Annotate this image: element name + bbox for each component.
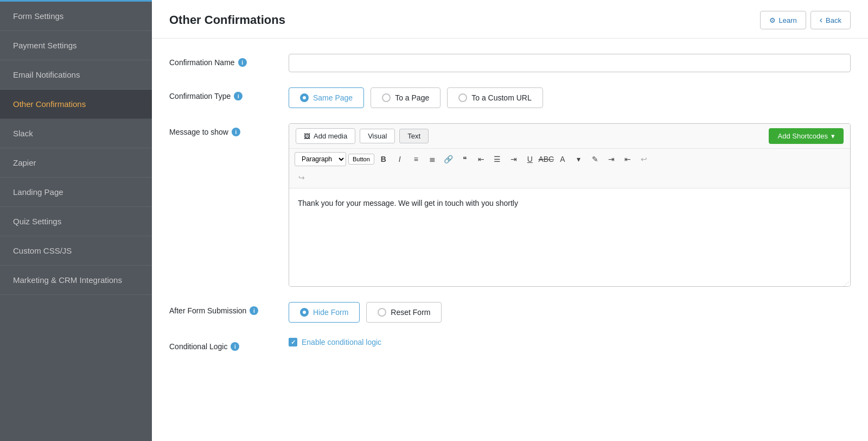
main-content: Confirmation Name i Confirmation Type i … [152, 39, 868, 441]
conditional-logic-info-icon[interactable]: i [231, 342, 239, 351]
media-icon [304, 132, 310, 140]
conditional-logic-checkbox-wrap: Enable conditional logic [289, 338, 851, 346]
main-panel: Other Confirmations Learn Back Confirmat… [152, 0, 868, 441]
sidebar-item-payment-settings[interactable]: Payment Settings [0, 31, 152, 60]
after-form-submission-row: After Form Submission i Hide FormReset F… [169, 302, 851, 323]
sidebar-item-landing-page[interactable]: Landing Page [0, 178, 152, 207]
back-button[interactable]: Back [810, 11, 851, 29]
text-tab-button[interactable]: Text [399, 129, 429, 143]
sidebar-item-form-settings[interactable]: Form Settings [0, 2, 152, 31]
add-shortcodes-button[interactable]: Add Shortcodes [769, 128, 844, 144]
align-center-button[interactable]: ☰ [490, 152, 505, 166]
after-form-radio-circle-0 [300, 308, 309, 317]
confirmation-name-row: Confirmation Name i [169, 54, 851, 72]
after-form-radio-circle-1 [378, 308, 386, 317]
sidebar: Form SettingsPayment SettingsEmail Notif… [0, 0, 152, 441]
message-to-show-row: Message to show i Add media Visual T [169, 123, 851, 287]
ordered-list-button[interactable]: ≣ [425, 152, 439, 166]
chevron-down-icon [831, 132, 835, 140]
resize-handle[interactable]: ⋰ [844, 280, 849, 285]
message-editor: Add media Visual Text Add Shortcodes [289, 123, 851, 287]
confirmation-type-options: Same PageTo a PageTo a Custom URL [289, 87, 851, 108]
confirmation-type-label: Confirmation Type i [169, 87, 289, 100]
sidebar-item-zapier[interactable]: Zapier [0, 148, 152, 178]
confirmation-type-option-2[interactable]: To a Custom URL [447, 87, 542, 108]
link-button[interactable]: 🔗 [442, 152, 456, 166]
undo-button[interactable]: ↩ [637, 152, 651, 166]
chevron-left-icon [820, 15, 822, 25]
sidebar-item-email-notifications[interactable]: Email Notifications [0, 60, 152, 90]
message-info-icon[interactable]: i [232, 128, 240, 136]
after-form-options: Hide FormReset Form [289, 302, 851, 323]
confirmation-type-row: Confirmation Type i Same PageTo a PageTo… [169, 87, 851, 108]
sidebar-item-marketing-crm-integrations[interactable]: Marketing & CRM Integrations [0, 266, 152, 295]
enable-conditional-logic-checkbox[interactable] [289, 338, 297, 346]
button-label-btn[interactable]: Button [348, 154, 374, 165]
outdent-button[interactable]: ⇤ [621, 152, 635, 166]
confirmation-name-input[interactable] [289, 54, 851, 72]
unordered-list-button[interactable]: ≡ [409, 152, 423, 166]
strikethrough-button[interactable]: ABC [539, 152, 553, 166]
after-form-option-1[interactable]: Reset Form [366, 302, 442, 323]
sidebar-item-custom-css-js[interactable]: Custom CSS/JS [0, 236, 152, 266]
confirmation-type-info-icon[interactable]: i [234, 92, 242, 100]
conditional-logic-label: Conditional Logic i [169, 338, 289, 351]
bold-button[interactable]: B [376, 152, 391, 166]
confirmation-type-option-1[interactable]: To a Page [371, 87, 441, 108]
after-form-option-0[interactable]: Hide Form [289, 302, 360, 323]
message-toolbar-top: Add media Visual Text Add Shortcodes [289, 124, 850, 149]
radio-circle-1 [382, 93, 391, 102]
italic-button[interactable]: I [393, 152, 407, 166]
after-form-options-wrap: Hide FormReset Form [289, 302, 851, 323]
after-form-info-icon[interactable]: i [250, 306, 258, 315]
align-right-button[interactable]: ⇥ [507, 152, 521, 166]
learn-button[interactable]: Learn [760, 11, 806, 29]
enable-conditional-logic-label[interactable]: Enable conditional logic [302, 338, 381, 346]
confirmation-name-wrap [289, 54, 851, 72]
confirmation-type-option-0[interactable]: Same Page [289, 87, 364, 108]
confirmation-name-info-icon[interactable]: i [238, 58, 247, 67]
eraser-button[interactable]: ✎ [588, 152, 602, 166]
sidebar-item-quiz-settings[interactable]: Quiz Settings [0, 207, 152, 236]
add-media-button[interactable]: Add media [296, 128, 355, 144]
message-editor-wrap: Add media Visual Text Add Shortcodes [289, 123, 851, 287]
redo-button[interactable]: ↪ [295, 171, 309, 185]
visual-tab-button[interactable]: Visual [360, 129, 395, 143]
message-to-show-label: Message to show i [169, 123, 289, 136]
main-header: Other Confirmations Learn Back [152, 0, 868, 39]
conditional-logic-row: Conditional Logic i Enable conditional l… [169, 338, 851, 351]
conditional-logic-wrap: Enable conditional logic [289, 338, 851, 346]
confirmation-name-label: Confirmation Name i [169, 54, 289, 67]
after-form-submission-label: After Form Submission i [169, 302, 289, 315]
sidebar-item-slack[interactable]: Slack [0, 119, 152, 148]
editor-toolbar: Paragraph Button B I ≡ ≣ 🔗 ❝ ⇤ ☰ ⇥ U ABC… [289, 149, 850, 188]
editor-text: Thank you for your message. We will get … [298, 199, 518, 207]
radio-circle-2 [458, 93, 467, 102]
align-left-button[interactable]: ⇤ [474, 152, 488, 166]
indent-button[interactable]: ⇥ [604, 152, 618, 166]
page-title: Other Confirmations [169, 13, 285, 27]
confirmation-type-wrap: Same PageTo a PageTo a Custom URL [289, 87, 851, 108]
radio-circle-0 [300, 93, 309, 102]
gear-icon [769, 16, 776, 24]
blockquote-button[interactable]: ❝ [458, 152, 472, 166]
paragraph-select[interactable]: Paragraph [295, 152, 346, 166]
sidebar-item-other-confirmations[interactable]: Other Confirmations [0, 90, 152, 119]
header-actions: Learn Back [760, 11, 851, 29]
editor-content-area[interactable]: Thank you for your message. We will get … [289, 188, 850, 286]
text-color-chevron[interactable]: ▾ [572, 152, 586, 166]
underline-button[interactable]: U [523, 152, 537, 166]
text-color-button[interactable]: A [556, 152, 570, 166]
